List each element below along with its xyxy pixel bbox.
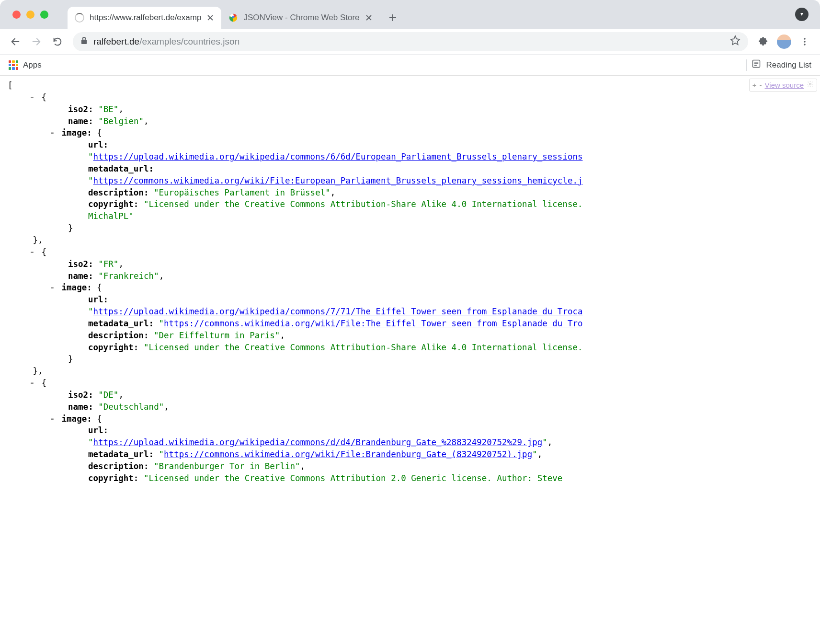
toolbar: ralfebert.de/examples/countries.json — [0, 29, 820, 55]
new-tab-button[interactable] — [384, 9, 402, 27]
json-key: metadata_url: — [88, 449, 154, 459]
lock-icon — [80, 36, 88, 47]
json-string: "FR" — [98, 259, 118, 269]
json-key: name: — [68, 402, 93, 412]
json-key: name: — [68, 271, 93, 281]
json-key: copyright: — [88, 473, 138, 483]
tab-inactive[interactable]: JSONView - Chrome Web Store — [221, 7, 379, 29]
apps-label: Apps — [23, 60, 42, 70]
json-key: copyright: — [88, 199, 138, 209]
forward-button[interactable] — [27, 32, 46, 51]
json-key: metadata_url: — [88, 164, 154, 173]
incognito-or-account-icon[interactable] — [795, 8, 809, 21]
collapse-toggle[interactable]: - — [48, 282, 57, 294]
url-path: /examples/countries.json — [139, 36, 239, 46]
bookmark-star-icon[interactable] — [730, 35, 740, 48]
loading-spinner-icon — [74, 12, 85, 23]
json-key: iso2: — [68, 390, 93, 400]
back-button[interactable] — [6, 32, 25, 51]
svg-point-5 — [804, 44, 806, 46]
apps-shortcut[interactable]: Apps — [9, 60, 42, 70]
collapse-toggle[interactable]: - — [28, 377, 36, 389]
json-string: "BE" — [98, 104, 118, 114]
json-string: "Deutschland" — [98, 402, 164, 412]
profile-avatar[interactable] — [777, 34, 791, 49]
reading-list-button[interactable]: Reading List — [752, 59, 811, 71]
json-key: metadata_url: — [88, 319, 154, 328]
close-tab-button[interactable] — [364, 13, 373, 22]
tab-active[interactable]: https://www.ralfebert.de/examp — [68, 7, 221, 29]
json-link[interactable]: https://upload.wikimedia.org/wikipedia/c… — [93, 437, 543, 447]
window-controls — [0, 11, 68, 19]
json-link[interactable]: https://commons.wikimedia.org/wiki/File:… — [164, 449, 532, 459]
json-link[interactable]: https://commons.wikimedia.org/wiki/File:… — [164, 319, 582, 328]
tab-title: https://www.ralfebert.de/examp — [90, 13, 201, 23]
divider — [746, 59, 747, 71]
json-key: url: — [88, 140, 108, 150]
collapse-toggle[interactable]: - — [28, 92, 36, 104]
json-string: "DE" — [98, 390, 118, 400]
json-key: iso2: — [68, 259, 93, 269]
json-string: "Licensed under the Creative Commons Att… — [144, 473, 563, 483]
reading-list-icon — [752, 59, 761, 71]
jsonview-toolbar: + - View source — [749, 79, 817, 92]
reading-list-label: Reading List — [766, 60, 811, 70]
collapse-toggle[interactable]: - — [48, 127, 57, 139]
collapse-toggle[interactable]: - — [28, 246, 36, 258]
collapse-all-button[interactable]: - — [760, 80, 762, 90]
close-tab-button[interactable] — [206, 13, 215, 22]
gear-icon[interactable] — [807, 80, 814, 90]
json-key: url: — [88, 426, 108, 435]
chrome-store-favicon-icon — [228, 12, 239, 23]
json-key: description: — [88, 331, 148, 340]
json-link[interactable]: https://upload.wikimedia.org/wikipedia/c… — [93, 152, 583, 161]
json-string: "Frankreich" — [98, 271, 159, 281]
url-text: ralfebert.de/examples/countries.json — [93, 36, 239, 47]
json-string: "Europäisches Parlament in Brüssel" — [154, 188, 330, 197]
titlebar: https://www.ralfebert.de/examp JSONView … — [0, 0, 820, 29]
extensions-button[interactable] — [754, 32, 773, 51]
url-host: ralfebert.de — [93, 36, 139, 46]
json-key: image: — [62, 414, 92, 424]
json-string: "Licensed under the Creative Commons Att… — [144, 199, 583, 209]
json-string: "Brandenburger Tor in Berlin" — [154, 461, 300, 471]
json-key: description: — [88, 461, 148, 471]
chrome-menu-button[interactable] — [795, 32, 814, 51]
tab-strip: https://www.ralfebert.de/examp JSONView … — [68, 0, 820, 29]
json-viewer: + - View source [ - { iso2: "BE", name: … — [0, 76, 820, 488]
address-bar[interactable]: ralfebert.de/examples/countries.json — [73, 32, 748, 51]
json-key: image: — [62, 283, 92, 292]
svg-point-4 — [804, 41, 806, 43]
json-link[interactable]: https://upload.wikimedia.org/wikipedia/c… — [93, 307, 583, 316]
svg-point-7 — [809, 83, 811, 85]
maximize-window-button[interactable] — [40, 11, 48, 19]
svg-rect-2 — [81, 39, 87, 44]
tab-title: JSONView - Chrome Web Store — [243, 13, 359, 23]
json-string: "Licensed under the Creative Commons Att… — [144, 343, 583, 352]
json-key: name: — [68, 116, 93, 126]
json-key: description: — [88, 188, 148, 197]
json-string: MichalPL" — [88, 211, 134, 221]
collapse-toggle[interactable]: - — [48, 413, 57, 425]
minimize-window-button[interactable] — [26, 11, 34, 19]
json-key: image: — [62, 128, 92, 138]
expand-all-button[interactable]: + — [752, 80, 757, 90]
json-string: "Der Eiffelturm in Paris" — [154, 331, 280, 340]
svg-point-3 — [804, 38, 806, 40]
bookmarks-bar: Apps Reading List — [0, 55, 820, 76]
json-key: url: — [88, 295, 108, 304]
apps-grid-icon — [9, 60, 18, 70]
reload-button[interactable] — [48, 32, 67, 51]
view-source-link[interactable]: View source — [765, 80, 804, 90]
json-key: copyright: — [88, 343, 138, 352]
close-window-button[interactable] — [12, 11, 21, 19]
json-string: "Belgien" — [98, 116, 144, 126]
json-link[interactable]: https://commons.wikimedia.org/wiki/File:… — [93, 176, 583, 185]
json-key: iso2: — [68, 104, 93, 114]
